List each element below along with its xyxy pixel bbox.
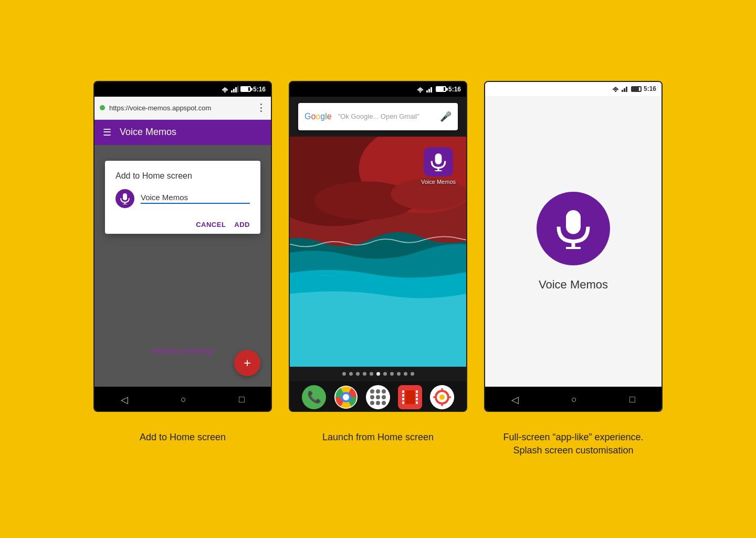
recents-button[interactable]: □ — [239, 394, 245, 405]
dock-apps-icon[interactable] — [366, 385, 390, 409]
phone3-home-button[interactable]: ○ — [571, 394, 577, 405]
svg-rect-30 — [402, 390, 404, 393]
dialog-add-button[interactable]: ADD — [234, 221, 250, 229]
dialog-cancel-button[interactable]: CANCEL — [196, 221, 226, 229]
phone3-back-button[interactable]: ◁ — [511, 394, 519, 406]
plus-icon: + — [244, 356, 251, 370]
phone2-time: 5:16 — [448, 86, 461, 93]
phone1-url-bar[interactable]: https://voice-memos.appspot.com ⋮ — [94, 97, 271, 120]
svg-point-44 — [615, 91, 616, 92]
film-icon — [402, 390, 418, 405]
splash-app-name: Voice Memos — [539, 278, 608, 292]
dock-phone-icon[interactable]: 📞 — [302, 385, 326, 409]
phone2-dock: 📞 — [290, 381, 466, 412]
page-dot-3 — [356, 372, 360, 376]
phone3-status-icons: 5:16 — [612, 85, 656, 92]
page-dot-11 — [411, 372, 414, 376]
google-search-bar[interactable]: Google "Ok Google... Open Gmail" 🎤 — [298, 103, 458, 130]
page-dot-10 — [404, 372, 407, 376]
dialog-title: Add to Home screen — [116, 171, 250, 181]
phone2-status-bar: 5:16 — [290, 82, 466, 97]
svg-rect-33 — [402, 398, 404, 400]
svg-rect-14 — [428, 89, 430, 92]
dock-chrome-icon[interactable] — [334, 385, 358, 409]
phone3-recents-button[interactable]: □ — [629, 394, 635, 405]
page-dot-7 — [383, 372, 387, 376]
main-container: 5:16 https://voice-memos.appspot.com ⋮ ☰… — [0, 0, 756, 538]
svg-rect-47 — [626, 87, 627, 92]
homescreen-name-input[interactable] — [141, 193, 250, 204]
svg-point-41 — [439, 395, 445, 400]
mic-icon-dialog — [120, 193, 130, 204]
phone1-time: 5:16 — [253, 86, 266, 93]
phone1-wrapper: 5:16 https://voice-memos.appspot.com ⋮ ☰… — [93, 81, 272, 412]
svg-point-2 — [224, 91, 226, 92]
chrome-svg — [334, 385, 358, 409]
svg-point-12 — [419, 91, 421, 92]
dialog-input-row — [116, 189, 250, 208]
phones-row: 5:16 https://voice-memos.appspot.com ⋮ ☰… — [93, 81, 663, 412]
phone3-nav-bar: ◁ ○ □ — [485, 387, 662, 412]
phone-icon: 📞 — [307, 390, 321, 404]
svg-rect-6 — [237, 86, 238, 92]
svg-rect-36 — [416, 394, 418, 397]
g-blue2: g — [320, 112, 325, 121]
menu-dots-icon[interactable]: ⋮ — [256, 102, 266, 113]
phone1-nav-bar: ◁ ○ □ — [94, 387, 271, 412]
page-dot-4 — [363, 372, 366, 376]
phone3-wrapper: 5:16 Voice Memos — [484, 81, 663, 412]
caption-3: Full-screen “app-like” experience. Splas… — [484, 431, 663, 457]
svg-rect-31 — [405, 390, 415, 404]
home-button[interactable]: ○ — [181, 394, 186, 405]
battery-icon — [240, 86, 251, 92]
google-mic-icon[interactable]: 🎤 — [440, 111, 452, 122]
phone3: 5:16 Voice Memos — [484, 81, 663, 412]
voice-memos-home-icon[interactable]: Voice Memos — [421, 147, 456, 185]
record-fab[interactable]: + — [234, 350, 260, 376]
svg-rect-3 — [231, 90, 233, 92]
phone2-wrapper: 5:16 Google "Ok Google... Open Gmail" 🎤 — [289, 81, 467, 412]
dock-gallery-icon[interactable] — [430, 385, 454, 409]
phone3-time: 5:16 — [644, 85, 656, 92]
page-dot-2 — [349, 372, 353, 376]
google-logo: Google — [304, 112, 332, 121]
page-dot-1 — [342, 372, 346, 376]
dialog-app-icon — [116, 189, 134, 208]
g-blue: G — [304, 112, 311, 121]
svg-rect-13 — [426, 90, 428, 92]
wifi-icon — [221, 86, 229, 92]
battery-icon2 — [436, 86, 446, 92]
svg-rect-35 — [416, 390, 418, 393]
apps-grid — [370, 389, 386, 405]
wifi-icon3 — [612, 86, 620, 92]
mic-icon-splash — [555, 208, 592, 249]
hamburger-icon[interactable]: ☰ — [103, 127, 111, 138]
record-text: Record something! — [152, 347, 214, 355]
dock-video-icon[interactable] — [398, 385, 422, 409]
phone1-app-title: Voice Memos — [120, 127, 176, 138]
phone2-wallpaper: Voice Memos — [290, 137, 466, 367]
phone2-google-area: Google "Ok Google... Open Gmail" 🎤 — [290, 97, 466, 137]
svg-rect-15 — [430, 87, 432, 92]
wifi-icon2 — [416, 86, 424, 92]
lock-icon — [100, 105, 105, 110]
page-dot-5 — [370, 372, 373, 376]
battery-icon3 — [631, 86, 642, 92]
caption-2: Launch from Home screen — [289, 431, 467, 444]
svg-rect-7 — [123, 193, 127, 200]
g-red2: e — [327, 112, 332, 121]
phone1: 5:16 https://voice-memos.appspot.com ⋮ ☰… — [93, 81, 272, 412]
phone2-page-dots — [290, 369, 466, 379]
back-button[interactable]: ◁ — [121, 394, 128, 406]
svg-rect-48 — [566, 210, 581, 234]
splash-mic-circle — [537, 192, 610, 265]
svg-rect-5 — [235, 87, 237, 92]
phone1-content: Add to Home screen — [94, 145, 271, 387]
phone1-app-bar: ☰ Voice Memos — [94, 120, 271, 145]
add-to-homescreen-dialog: Add to Home screen — [105, 161, 260, 234]
phone3-splash-content: Voice Memos — [485, 97, 662, 387]
mic-icon-home — [430, 152, 447, 171]
voice-memos-icon-circle — [424, 147, 453, 177]
voice-memos-icon-label: Voice Memos — [421, 179, 456, 185]
page-dot-6 — [376, 372, 380, 376]
